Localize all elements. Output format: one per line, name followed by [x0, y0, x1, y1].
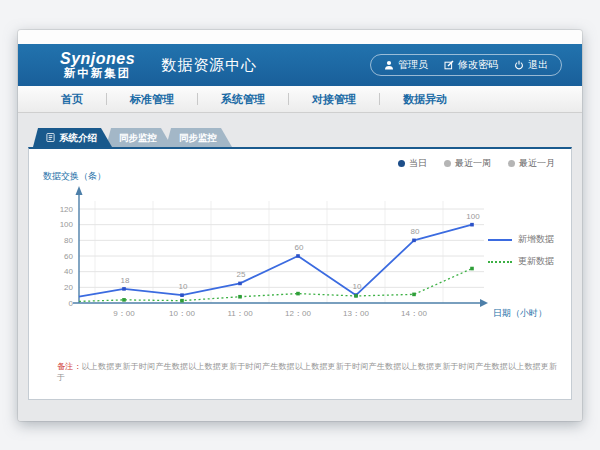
content-card: 当日最近一周最近一月 0204060801001209：0010：0011：00…: [28, 147, 572, 400]
brand-logo-cn: 新中新集团: [60, 67, 135, 79]
logout-button[interactable]: 退出: [514, 58, 548, 72]
tab-label: 同步监控: [179, 128, 217, 147]
change-password-label: 修改密码: [458, 58, 498, 72]
app-title: 数据资源中心: [161, 56, 257, 75]
doc-icon: [46, 133, 55, 142]
chart-text: 100: [60, 220, 74, 229]
legend-item-0[interactable]: 新增数据: [488, 233, 554, 246]
footnote-text: 以上数据更新于时间产生数据以上数据更新于时间产生数据以上数据更新于时间产生数据以…: [57, 362, 557, 382]
brand-logo-en: Synjones: [60, 51, 135, 68]
chart-text: 100: [466, 212, 480, 221]
chart-text: 120: [60, 205, 74, 214]
series-line: [79, 269, 472, 302]
period-label: 最近一月: [519, 157, 555, 170]
data-point-marker: [470, 267, 474, 271]
chart-legend: 新增数据更新数据: [488, 233, 554, 268]
chart-text: 12：00: [285, 309, 311, 318]
chart-text: 60: [64, 252, 73, 261]
data-point-marker: [180, 293, 184, 297]
period-option-1[interactable]: 最近一周: [444, 157, 491, 170]
data-point-marker: [180, 299, 184, 303]
user-icon: [384, 60, 394, 70]
logout-label: 退出: [528, 58, 548, 72]
period-selector: 当日最近一周最近一月: [398, 157, 555, 170]
x-axis-arrow-icon: [480, 299, 488, 307]
radio-selected-icon: [398, 160, 405, 167]
chart-text: 10：00: [169, 309, 195, 318]
tab-label: 系统介绍: [59, 128, 97, 147]
user-button[interactable]: 管理员: [384, 58, 428, 72]
chart-text: 18: [121, 276, 130, 285]
data-point-marker: [238, 295, 242, 299]
period-option-2[interactable]: 最近一月: [508, 157, 555, 170]
data-point-marker: [412, 293, 416, 297]
chart-text: 80: [64, 236, 73, 245]
user-label: 管理员: [398, 58, 428, 72]
radio-icon: [508, 160, 515, 167]
nav-item-2[interactable]: 系统管理: [198, 92, 288, 107]
user-menu: 管理员 修改密码 退出: [370, 54, 562, 76]
chart-text: 20: [64, 283, 73, 292]
tab-bar: 系统介绍同步监控同步监控: [33, 128, 572, 147]
legend-item-1[interactable]: 更新数据: [488, 255, 554, 268]
change-password-button[interactable]: 修改密码: [444, 58, 498, 72]
app-window: Synjones 新中新集团 数据资源中心 管理员 修改: [18, 30, 582, 421]
data-point-marker: [296, 292, 300, 296]
app-header: Synjones 新中新集团 数据资源中心 管理员 修改: [18, 44, 582, 86]
chart-text: 14：00: [401, 309, 427, 318]
chart-text: 13：00: [343, 309, 369, 318]
chart-text: 10: [179, 282, 188, 291]
data-point-marker: [238, 282, 242, 286]
main-nav: 首页标准管理系统管理对接管理数据异动: [18, 86, 582, 113]
brand-logo: Synjones 新中新集团: [60, 51, 135, 80]
chart-text: 40: [64, 267, 73, 276]
tab-2[interactable]: 同步监控: [166, 128, 232, 147]
footnote-prefix: 备注：: [57, 362, 82, 371]
chart-text: 9：00: [113, 309, 135, 318]
page-top-strip: [18, 30, 582, 44]
chart-text: 60: [295, 243, 304, 252]
legend-label: 更新数据: [518, 255, 554, 268]
data-point-marker: [122, 287, 126, 291]
legend-label: 新增数据: [518, 233, 554, 246]
footnote: 备注：以上数据更新于时间产生数据以上数据更新于时间产生数据以上数据更新于时间产生…: [57, 361, 563, 383]
radio-icon: [444, 160, 451, 167]
chart-text: 10: [353, 282, 362, 291]
nav-item-4[interactable]: 数据异动: [380, 92, 470, 107]
tab-label: 同步监控: [119, 128, 157, 147]
chart-text: 11：00: [227, 309, 253, 318]
chart-text: 80: [411, 227, 420, 236]
y-axis-arrow-icon: [76, 186, 83, 195]
chart-text: 数据交换（条）: [43, 171, 106, 181]
tab-0[interactable]: 系统介绍: [33, 128, 112, 147]
nav-item-1[interactable]: 标准管理: [107, 92, 197, 107]
edit-icon: [444, 60, 454, 70]
chart-text: 日期（小时）: [493, 308, 547, 318]
nav-item-3[interactable]: 对接管理: [289, 92, 379, 107]
nav-item-0[interactable]: 首页: [38, 92, 106, 107]
legend-line-sample: [488, 239, 512, 241]
data-point-marker: [354, 294, 358, 298]
data-point-marker: [122, 298, 126, 302]
period-label: 当日: [409, 157, 427, 170]
power-icon: [514, 60, 524, 70]
desktop-background: Synjones 新中新集团 数据资源中心 管理员 修改: [0, 0, 600, 450]
period-option-0[interactable]: 当日: [398, 157, 427, 170]
tab-1[interactable]: 同步监控: [106, 128, 172, 147]
chart-text: 25: [237, 270, 246, 279]
legend-line-sample: [488, 261, 512, 263]
data-point-marker: [470, 223, 474, 227]
period-label: 最近一周: [455, 157, 491, 170]
content-area: 系统介绍同步监控同步监控 当日最近一周最近一月 0204060801001209…: [18, 113, 582, 421]
chart-text: 0: [69, 299, 74, 308]
data-point-marker: [412, 239, 416, 243]
data-point-marker: [296, 254, 300, 258]
